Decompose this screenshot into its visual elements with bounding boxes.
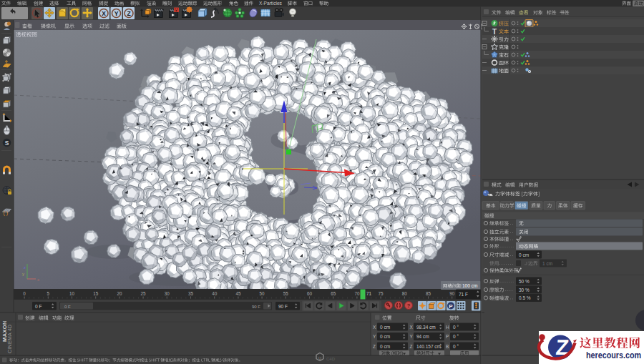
svg-text:0 F: 0 F [35,304,42,309]
svg-text:X: X [102,10,106,17]
svg-text:0: 0 [23,291,26,296]
svg-text:90: 90 [449,291,455,296]
svg-text:40: 40 [212,291,218,296]
svg-text:71 F: 71 F [459,292,468,297]
svg-text:94 cm: 94 cm [416,334,429,339]
svg-text:71: 71 [366,291,372,296]
svg-text:20: 20 [117,291,122,296]
svg-text:0 °: 0 ° [453,325,459,330]
svg-text:Y: Y [373,334,376,339]
svg-text:C4D: C4D [326,357,336,361]
svg-text:?: ? [407,302,411,309]
svg-text:X: X [373,325,376,330]
svg-text:80: 80 [402,291,408,296]
svg-text:X-Particles: X-Particles [259,1,283,6]
svg-text:Y: Y [114,10,119,17]
svg-text:U: U [318,356,321,360]
svg-text:( ): ( ) [4,210,9,216]
svg-text:X: X [410,325,414,330]
svg-text:herecours.com: herecours.com [586,350,641,360]
svg-text:Y: Y [410,334,414,339]
svg-text:65: 65 [331,291,336,296]
svg-text:15: 15 [93,291,99,296]
svg-text:30: 30 [165,291,170,296]
svg-text:90 F: 90 F [252,305,260,309]
svg-text:90 F: 90 F [278,304,288,309]
svg-text:0 °: 0 ° [453,344,459,349]
svg-text:10: 10 [69,291,75,296]
svg-text:55: 55 [283,291,289,296]
svg-text:0 F: 0 F [64,305,71,309]
svg-text:50 %: 50 % [519,279,530,284]
svg-text:x: x [37,277,39,282]
svg-text:5: 5 [47,291,50,296]
svg-text:S: S [5,139,9,147]
svg-text:140.157 cm: 140.157 cm [416,344,441,349]
svg-text:0.5 %: 0.5 % [519,295,531,300]
svg-text:z: z [24,265,26,270]
svg-text:0 cm: 0 cm [380,334,390,339]
svg-text:y: y [22,272,24,276]
svg-text:T: T [492,28,497,36]
svg-text:Z: Z [410,344,413,349]
svg-text:0 cm: 0 cm [380,325,390,330]
svg-text:35: 35 [188,291,194,296]
svg-text:0 cm: 0 cm [380,344,390,349]
svg-text:45: 45 [235,291,241,296]
svg-text:50: 50 [260,291,265,296]
svg-text:CINEMA 4D: CINEMA 4D [7,325,12,353]
svg-text:25: 25 [141,291,147,296]
svg-text:85: 85 [426,291,431,296]
svg-text:0 °: 0 ° [453,334,459,339]
svg-text:70: 70 [354,291,360,296]
svg-text:P: P [449,303,453,310]
svg-text:100 cm: 100 cm [462,283,477,288]
svg-text:B: B [446,344,449,349]
svg-text:30 %: 30 % [519,287,530,292]
svg-text:0 cm: 0 cm [519,252,529,257]
svg-text:98.34 cm: 98.34 cm [416,325,436,330]
svg-text:H: H [446,325,449,330]
svg-text:Z: Z [373,344,376,349]
svg-text:1 cm: 1 cm [542,261,552,266]
svg-text:P: P [446,334,449,339]
svg-text:60: 60 [307,291,313,296]
svg-text:Z: Z [127,10,130,17]
svg-text:75: 75 [379,291,384,296]
